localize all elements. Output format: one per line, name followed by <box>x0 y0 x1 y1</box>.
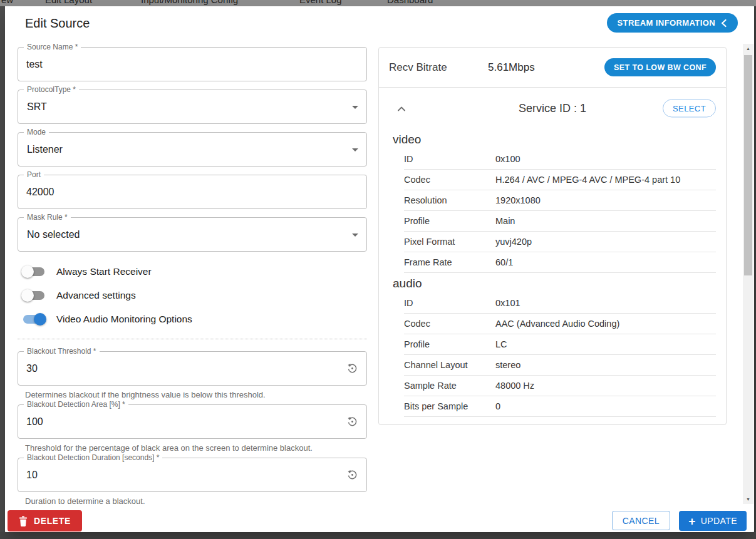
source-name-input[interactable] <box>26 48 334 81</box>
restore-default-button[interactable] <box>344 467 360 483</box>
port-input[interactable] <box>26 175 334 208</box>
recv-bitrate-label: Recv Bitrate <box>389 61 488 74</box>
recv-bitrate-row: Recv Bitrate 5.61Mbps SET TO LOW BW CONF <box>379 48 726 88</box>
row-value: 48000 Hz <box>495 381 534 391</box>
blackout-threshold-input[interactable] <box>26 352 334 385</box>
row-value: 60/1 <box>495 257 513 267</box>
row-value: yuvj420p <box>495 237 532 247</box>
backdrop-left <box>0 6 5 532</box>
table-row: Bits per Sample 0 <box>404 396 716 417</box>
mode-label: Mode <box>24 128 49 136</box>
row-label: Pixel Format <box>404 237 495 247</box>
row-label: Frame Rate <box>404 257 495 267</box>
update-label: UPDATE <box>701 516 737 526</box>
table-row: ID 0x100 <box>404 149 716 170</box>
row-value: stereo <box>495 360 520 370</box>
stream-information-button[interactable]: STREAM INFORMATION <box>607 13 738 33</box>
blackout-duration-helper: Duration to determine a blackout. <box>25 496 367 506</box>
restore-icon <box>346 468 359 481</box>
row-label: Profile <box>404 216 495 226</box>
row-label: Bits per Sample <box>404 401 495 411</box>
restore-icon <box>346 362 359 375</box>
table-row: Profile LC <box>404 334 716 355</box>
restore-default-button[interactable] <box>344 414 360 430</box>
stream-information-label: STREAM INFORMATION <box>618 18 715 28</box>
row-value: 0 <box>495 401 500 411</box>
blackout-threshold-field-wrap: Blackout Threshold * <box>18 351 367 386</box>
audio-table: ID 0x101 Codec AAC (Advanced Audio Codin… <box>404 293 716 417</box>
row-label: Codec <box>404 175 495 185</box>
scroll-down-icon[interactable]: ▼ <box>743 495 753 504</box>
recv-bitrate-value: 5.61Mbps <box>488 61 535 74</box>
row-value: Main <box>495 216 515 226</box>
video-table: ID 0x100 Codec H.264 / AVC / MPEG-4 AVC … <box>404 149 716 273</box>
delete-label: DELETE <box>34 516 71 526</box>
scroll-up-icon[interactable]: ▲ <box>743 44 753 53</box>
mode-value: Listener <box>27 144 63 155</box>
stream-information-panel: Recv Bitrate 5.61Mbps SET TO LOW BW CONF… <box>378 47 727 425</box>
backdrop-bottom <box>0 532 756 539</box>
source-form: Source Name * ProtocolType * SRT Mode Li… <box>18 47 367 511</box>
background-tab: ew <box>1 0 13 5</box>
row-value: 0x101 <box>495 298 520 308</box>
cancel-button[interactable]: CANCEL <box>612 511 670 530</box>
table-row: ID 0x101 <box>404 293 716 314</box>
blackout-duration-field-wrap: Blackout Detection Duration [seconds] * <box>18 458 367 492</box>
service-header-row: Service ID : 1 SELECT <box>379 88 726 129</box>
row-label: Resolution <box>404 195 495 205</box>
mode-select[interactable]: Mode Listener <box>18 132 367 167</box>
restore-icon <box>346 415 359 428</box>
row-label: Profile <box>404 339 495 349</box>
dropdown-arrow-icon <box>352 148 358 151</box>
toggle-advanced-settings[interactable]: Advanced settings <box>18 284 367 307</box>
blackout-area-input[interactable] <box>26 405 334 438</box>
protocol-type-select[interactable]: ProtocolType * SRT <box>18 90 367 124</box>
toggle-label: Always Start Receiver <box>56 266 152 277</box>
blackout-threshold-helper: Determines blackout if the brightness va… <box>25 390 367 399</box>
table-row: Pixel Format yuvj420p <box>404 232 716 252</box>
video-section-title: video <box>379 129 726 149</box>
restore-default-button[interactable] <box>344 361 360 377</box>
mask-rule-label: Mask Rule * <box>24 213 71 222</box>
audio-section-title: audio <box>379 273 726 293</box>
toggle-group: Always Start Receiver Advanced settings … <box>18 260 367 331</box>
delete-button[interactable]: DELETE <box>8 510 82 531</box>
update-button[interactable]: + UPDATE <box>679 511 747 531</box>
scrollbar-thumb[interactable] <box>744 55 752 275</box>
background-tab: Dashboard <box>387 0 433 5</box>
dialog-scrollbar[interactable]: ▲ ▼ <box>743 44 753 504</box>
blackout-area-field-wrap: Blackout Detection Area [%] * <box>18 404 367 439</box>
table-row: Codec AAC (Advanced Audio Coding) <box>404 314 716 334</box>
toggle-always-start-receiver[interactable]: Always Start Receiver <box>18 260 367 284</box>
edit-source-dialog: Edit Source STREAM INFORMATION Source Na… <box>5 6 754 532</box>
trash-icon <box>19 516 28 526</box>
row-label: Channel Layout <box>404 360 495 370</box>
select-service-button[interactable]: SELECT <box>663 100 716 118</box>
row-value: 1920x1080 <box>495 195 541 205</box>
toggle-label: Video Audio Monitoring Options <box>56 314 192 325</box>
mask-rule-value: No selected <box>27 229 80 240</box>
set-low-bw-button[interactable]: SET TO LOW BW CONF <box>604 58 716 76</box>
mask-rule-select[interactable]: Mask Rule * No selected <box>18 217 367 252</box>
background-tab: Input/Monitoring Config <box>141 0 238 5</box>
background-tab: Event Log <box>299 0 342 5</box>
blackout-settings: Blackout Threshold * Determines blackout… <box>18 351 367 506</box>
toggle-video-audio-monitoring[interactable]: Video Audio Monitoring Options <box>18 307 367 331</box>
dropdown-arrow-icon <box>352 234 358 237</box>
chevron-left-icon <box>720 19 727 28</box>
row-label: Sample Rate <box>404 381 495 391</box>
blackout-duration-input[interactable] <box>26 458 334 491</box>
background-tab-bar: ew Edit Layout Input/Monitoring Config E… <box>0 0 756 6</box>
protocol-type-label: ProtocolType * <box>24 85 79 94</box>
table-row: Channel Layout stereo <box>404 355 716 376</box>
row-label: ID <box>404 154 495 164</box>
blackout-area-helper: Threshold for the percentage of black ar… <box>25 443 367 453</box>
table-row: Profile Main <box>404 211 716 232</box>
row-label: Codec <box>404 319 495 329</box>
row-value: H.264 / AVC / MPEG-4 AVC / MPEG-4 part 1… <box>495 175 680 185</box>
plus-icon: + <box>688 515 696 527</box>
row-value: AAC (Advanced Audio Coding) <box>495 319 619 329</box>
switch-off-icon <box>23 291 44 300</box>
protocol-type-value: SRT <box>27 101 47 113</box>
row-value: 0x100 <box>495 154 520 164</box>
